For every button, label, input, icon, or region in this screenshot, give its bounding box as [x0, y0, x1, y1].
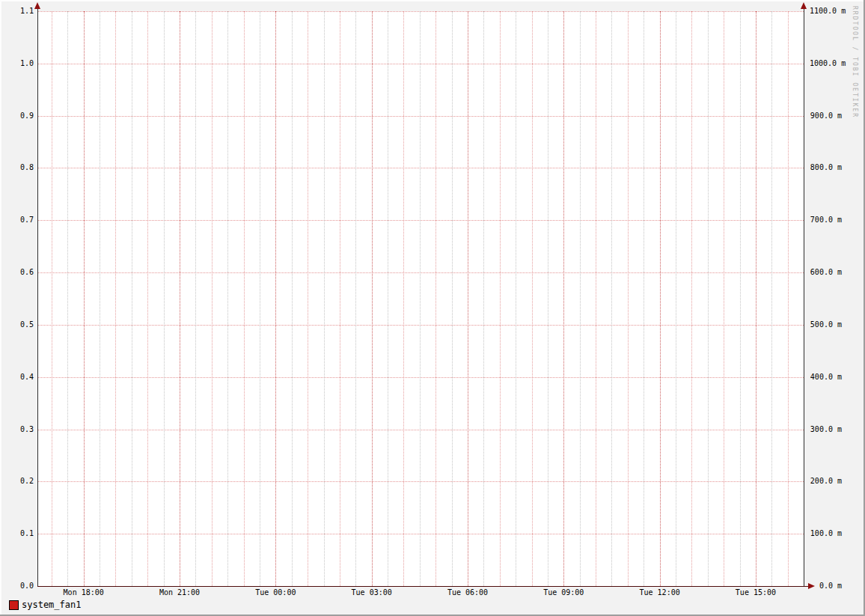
y-axis-left-tick-label: 1.1 — [0, 6, 34, 16]
x-axis-tick-label: Mon 21:00 — [150, 588, 210, 597]
gridline-vertical-major — [468, 11, 468, 586]
legend-swatch-icon — [9, 600, 19, 610]
gridline-horizontal — [37, 377, 804, 378]
gridline-vertical-minor — [227, 11, 228, 586]
gridline-vertical-minor — [420, 11, 421, 586]
gridline-horizontal — [37, 272, 804, 273]
gridline-vertical-minor — [644, 11, 644, 586]
gridline-vertical-major — [275, 11, 276, 586]
y-axis-left-tick-label: 0.6 — [0, 267, 34, 278]
gridline-vertical-minor — [708, 11, 709, 586]
y-axis-left-arrow-icon — [34, 2, 40, 9]
y-axis-right-tick-label: 900.0 m — [810, 111, 842, 121]
gridline-vertical-hour — [308, 11, 308, 586]
y-axis-right-tick-label: 100.0 m — [810, 528, 842, 539]
gridline-vertical-major — [180, 11, 180, 586]
y-axis-left-line — [37, 6, 38, 587]
x-axis-arrow-icon — [808, 583, 815, 589]
y-axis-left-tick-label: 0.1 — [0, 528, 34, 539]
y-axis-right-arrow-icon — [801, 2, 807, 9]
gridline-vertical-hour — [724, 11, 724, 586]
x-axis-tick-label: Tue 06:00 — [438, 588, 498, 597]
gridline-vertical-minor — [676, 11, 676, 586]
y-axis-left-tick-label: 1.0 — [0, 58, 34, 69]
gridline-vertical-minor — [580, 11, 581, 586]
y-axis-right-tick-label: 600.0 m — [810, 267, 842, 278]
bevel-top — [0, 0, 865, 1]
y-axis-right-tick-label: 500.0 m — [810, 320, 842, 330]
gridline-vertical-hour — [691, 11, 692, 586]
gridline-vertical-hour — [788, 11, 789, 586]
gridline-vertical-minor — [355, 11, 356, 586]
gridline-vertical-minor — [516, 11, 516, 586]
gridline-vertical-minor — [260, 11, 260, 586]
y-axis-left-tick-label: 0.9 — [0, 111, 34, 121]
y-axis-left-tick-label: 0.8 — [0, 162, 34, 173]
gridline-vertical-major — [563, 11, 564, 586]
gridline-horizontal — [37, 220, 804, 221]
gridline-horizontal — [37, 116, 804, 117]
gridline-horizontal — [37, 481, 804, 482]
gridline-vertical-hour — [115, 11, 116, 586]
gridline-vertical-hour — [628, 11, 629, 586]
legend-series-label: system_fan1 — [22, 599, 81, 611]
x-axis-line — [37, 586, 809, 587]
x-axis-tick-label: Tue 09:00 — [534, 588, 593, 597]
gridline-vertical-minor — [324, 11, 325, 586]
gridline-vertical-hour — [340, 11, 340, 586]
gridline-vertical-minor — [195, 11, 196, 586]
gridline-vertical-minor — [771, 11, 772, 586]
gridline-vertical-major — [84, 11, 85, 586]
y-axis-right-tick-label: 700.0 m — [810, 215, 842, 225]
x-axis-tick-label: Tue 03:00 — [342, 588, 402, 597]
x-axis-tick-label: Mon 18:00 — [54, 588, 114, 597]
y-axis-right-tick-label: 1000.0 m — [810, 58, 842, 69]
gridline-vertical-hour — [52, 11, 52, 586]
y-axis-right-tick-label: 300.0 m — [810, 424, 842, 435]
y-axis-right-tick-label: 1100.0 m — [810, 6, 842, 16]
gridline-vertical-minor — [388, 11, 388, 586]
gridline-vertical-minor — [164, 11, 165, 586]
gridline-vertical-hour — [403, 11, 404, 586]
gridline-vertical-hour — [435, 11, 436, 586]
y-axis-right-line — [804, 6, 804, 587]
x-axis-tick-label: Tue 12:00 — [630, 588, 690, 597]
gridline-vertical-hour — [500, 11, 501, 586]
y-axis-right-tick-label: 200.0 m — [810, 476, 842, 487]
x-axis-tick-label: Tue 00:00 — [245, 588, 305, 597]
gridline-vertical-major — [756, 11, 757, 586]
y-axis-left-tick-label: 0.7 — [0, 215, 34, 225]
gridline-horizontal — [37, 168, 804, 168]
y-axis-left-tick-label: 0.5 — [0, 320, 34, 330]
rrdtool-watermark: RRDTOOL / TOBI OETIKER — [852, 6, 858, 118]
gridline-vertical-minor — [483, 11, 484, 586]
gridline-vertical-minor — [740, 11, 741, 586]
gridline-vertical-minor — [548, 11, 548, 586]
y-axis-left-tick-label: 0.4 — [0, 372, 34, 382]
gridline-vertical-major — [372, 11, 373, 586]
y-axis-right-tick-label: 400.0 m — [810, 372, 842, 382]
gridline-vertical-hour — [212, 11, 213, 586]
gridline-vertical-hour — [147, 11, 148, 586]
gridline-vertical-minor — [452, 11, 453, 586]
gridline-vertical-minor — [611, 11, 612, 586]
gridline-horizontal — [37, 534, 804, 534]
gridline-vertical-hour — [596, 11, 596, 586]
x-axis-tick-label: Tue 15:00 — [726, 588, 786, 597]
gridline-horizontal — [37, 64, 804, 64]
gridline-horizontal — [37, 11, 804, 12]
gridline-vertical-minor — [100, 11, 100, 586]
gridline-vertical-hour — [532, 11, 533, 586]
y-axis-left-tick-label: 0.3 — [0, 424, 34, 435]
gridline-vertical-hour — [244, 11, 245, 586]
y-axis-left-tick-label: 0.0 — [0, 581, 34, 591]
y-axis-left-tick-label: 0.2 — [0, 476, 34, 487]
plot-canvas — [37, 11, 804, 586]
y-axis-right-tick-label: 800.0 m — [810, 162, 842, 173]
rrdtool-graph: 1.11100.0 m1.01000.0 m0.9900.0 m0.8800.0… — [0, 0, 865, 616]
bevel-left — [0, 0, 1, 616]
gridline-vertical-minor — [132, 11, 132, 586]
gridline-vertical-major — [660, 11, 661, 586]
gridline-horizontal — [37, 430, 804, 430]
gridline-horizontal — [37, 325, 804, 326]
